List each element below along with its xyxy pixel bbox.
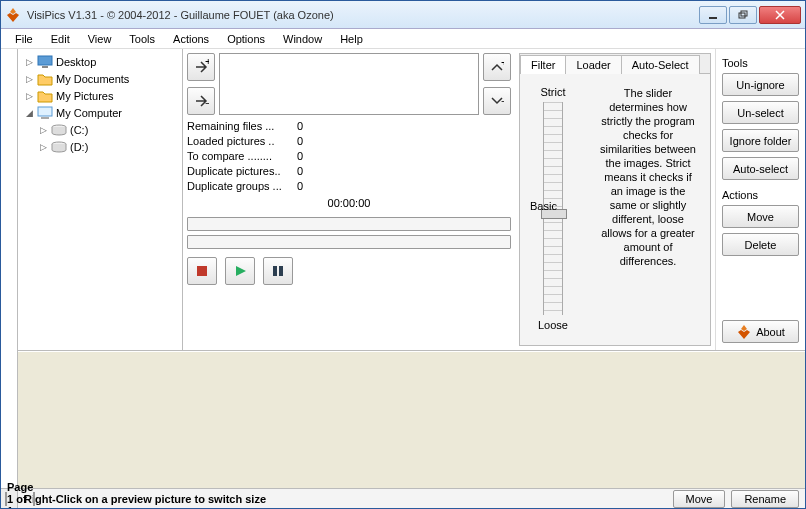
remove-folder-button[interactable]: − (187, 87, 215, 115)
bottom-hint: Right-Click on a preview picture to swit… (24, 493, 266, 505)
svg-rect-14 (273, 266, 277, 276)
tree-label: (C:) (70, 124, 88, 136)
move-button[interactable]: Move (722, 205, 799, 228)
stat-value: 0 (297, 149, 303, 164)
expand-arrow-icon[interactable]: ▷ (38, 142, 48, 152)
progress-bar-2 (187, 235, 511, 249)
folder-icon (37, 72, 53, 86)
svg-rect-5 (38, 107, 52, 116)
tree-item-pictures[interactable]: ▷ My Pictures (20, 87, 180, 104)
stat-value: 0 (297, 179, 303, 194)
expand-arrow-icon[interactable]: ▷ (38, 125, 48, 135)
minimize-button[interactable] (699, 6, 727, 24)
settings-tabs: Filter Loader Auto-Select Strict Loose B… (519, 53, 711, 346)
tools-group-label: Tools (722, 57, 799, 69)
page-indicator: Page 1 of 1 (7, 481, 33, 510)
tree-label: My Computer (56, 107, 122, 119)
bottom-rename-button[interactable]: Rename (731, 490, 799, 508)
svg-text:−: − (205, 97, 209, 109)
tree-label: My Pictures (56, 90, 113, 102)
left-footer: Page 1 of 1 (1, 488, 17, 508)
tree-item-drive-c[interactable]: ▷ (C:) (20, 121, 180, 138)
tree-label: My Documents (56, 73, 129, 85)
stat-value: 0 (297, 119, 303, 134)
folder-tree[interactable]: ▷ Desktop ▷ My Documents ▷ My Pictures ◢ (18, 49, 183, 350)
menu-file[interactable]: File (7, 31, 41, 47)
pause-button[interactable] (263, 257, 293, 285)
menu-tools[interactable]: Tools (121, 31, 163, 47)
expand-arrow-icon[interactable]: ▷ (24, 57, 34, 67)
stat-value: 0 (297, 164, 303, 179)
slider-label-loose: Loose (538, 319, 568, 331)
svg-text:+: + (501, 62, 504, 68)
selected-folders-box[interactable] (219, 53, 479, 115)
middle-column: + − + − Remaining files ...0 Loaded pict… (183, 49, 515, 350)
ignore-folder-button[interactable]: Ignore folder (722, 129, 799, 152)
stat-label: Remaining files ... (187, 119, 297, 134)
folder-icon (37, 89, 53, 103)
slider-label-strict: Strict (540, 86, 565, 98)
stat-label: Loaded pictures .. (187, 134, 297, 149)
drive-icon (51, 140, 67, 154)
tab-filter[interactable]: Filter (520, 55, 566, 74)
desktop-icon (37, 55, 53, 69)
about-button[interactable]: About (722, 320, 799, 343)
bottom-bar: Right-Click on a preview picture to swit… (18, 488, 805, 508)
collapse-arrow-icon[interactable]: ◢ (24, 108, 34, 118)
add-folder-button[interactable]: + (187, 53, 215, 81)
slider-description: The slider determines how strictly the p… (594, 82, 702, 335)
svg-text:+: + (205, 59, 209, 67)
slider-label-basic: Basic (530, 200, 557, 212)
fox-icon (736, 324, 752, 340)
svg-text:−: − (501, 96, 504, 106)
stat-value: 0 (297, 134, 303, 149)
tab-autoselect[interactable]: Auto-Select (621, 55, 700, 74)
stat-label: To compare ........ (187, 149, 297, 164)
menu-edit[interactable]: Edit (43, 31, 78, 47)
restore-button[interactable] (729, 6, 757, 24)
tab-loader[interactable]: Loader (565, 55, 621, 74)
stat-label: Duplicate groups ... (187, 179, 297, 194)
window-title: VisiPics V1.31 - © 2004-2012 - Guillaume… (27, 9, 699, 21)
menu-view[interactable]: View (80, 31, 120, 47)
tools-column: Tools Un-ignore Un-select Ignore folder … (715, 49, 805, 350)
expand-icon[interactable] (33, 492, 35, 506)
svg-rect-15 (279, 266, 283, 276)
unignore-button[interactable]: Un-ignore (722, 73, 799, 96)
expand-arrow-icon[interactable]: ▷ (24, 74, 34, 84)
preview-area[interactable] (18, 351, 805, 488)
move-down-button[interactable]: − (483, 87, 511, 115)
stop-button[interactable] (187, 257, 217, 285)
progress-bar-1 (187, 217, 511, 231)
tree-item-drive-d[interactable]: ▷ (D:) (20, 138, 180, 155)
left-panel: Page 1 of 1 (1, 49, 18, 508)
app-icon (5, 7, 21, 23)
tree-item-computer[interactable]: ◢ My Computer (20, 104, 180, 121)
tree-label: (D:) (70, 141, 88, 153)
close-button[interactable] (759, 6, 801, 24)
play-button[interactable] (225, 257, 255, 285)
stat-label: Duplicate pictures.. (187, 164, 297, 179)
menu-help[interactable]: Help (332, 31, 371, 47)
drive-icon (51, 123, 67, 137)
expand-arrow-icon[interactable]: ▷ (24, 91, 34, 101)
menu-window[interactable]: Window (275, 31, 330, 47)
tree-item-desktop[interactable]: ▷ Desktop (20, 53, 180, 70)
timer: 00:00:00 (187, 196, 511, 211)
bottom-move-button[interactable]: Move (673, 490, 726, 508)
svg-rect-13 (197, 266, 207, 276)
unselect-button[interactable]: Un-select (722, 101, 799, 124)
about-label: About (756, 326, 785, 338)
svg-rect-3 (38, 56, 52, 65)
tree-item-documents[interactable]: ▷ My Documents (20, 70, 180, 87)
titlebar: VisiPics V1.31 - © 2004-2012 - Guillaume… (1, 1, 805, 29)
menu-actions[interactable]: Actions (165, 31, 217, 47)
stats-block: Remaining files ...0 Loaded pictures ..0… (187, 117, 511, 213)
svg-rect-0 (709, 17, 717, 19)
svg-rect-4 (42, 66, 48, 68)
actions-group-label: Actions (722, 189, 799, 201)
delete-button[interactable]: Delete (722, 233, 799, 256)
menu-options[interactable]: Options (219, 31, 273, 47)
move-up-button[interactable]: + (483, 53, 511, 81)
autoselect-button[interactable]: Auto-select (722, 157, 799, 180)
